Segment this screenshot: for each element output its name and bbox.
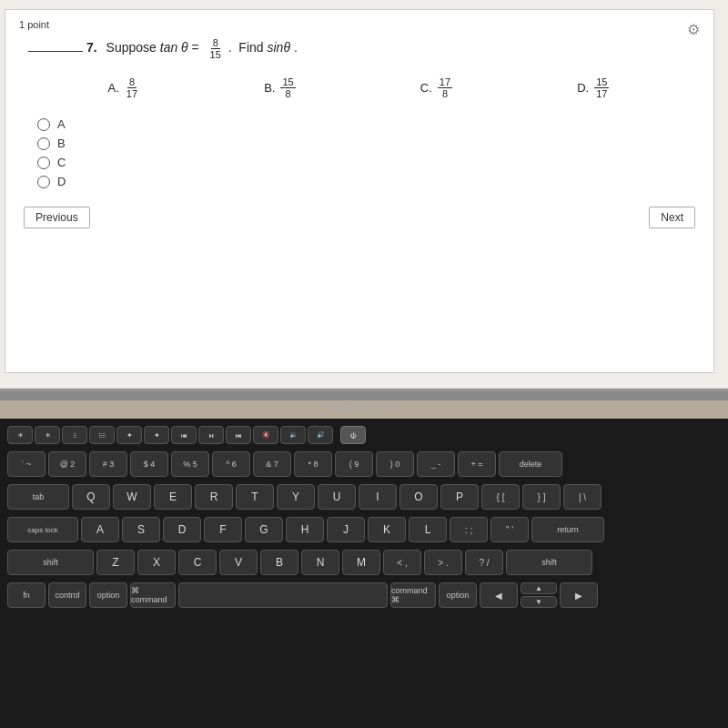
key-s[interactable]: S <box>122 517 160 542</box>
key-p[interactable]: P <box>440 484 479 510</box>
key-q[interactable]: Q <box>72 484 110 510</box>
keyboard-area: ☀ ☀ ⠿ ⠿⠿ ✦ ✦ ⏮ ⏯ ⏭ 🔇 🔉 🔊 ⏻ ` ~ @ 2 # 3 $… <box>0 419 728 728</box>
tan-numerator: 8 <box>211 37 220 49</box>
key-7[interactable]: & 7 <box>253 451 291 477</box>
answer-b-label: B. <box>264 81 275 95</box>
key-d[interactable]: D <box>163 517 201 542</box>
radio-option-c[interactable]: C <box>37 156 700 169</box>
key-h[interactable]: H <box>286 517 324 542</box>
key-tilde[interactable]: ` ~ <box>7 451 46 477</box>
key-shift-right[interactable]: shift <box>506 550 592 575</box>
key-z[interactable]: Z <box>96 550 135 575</box>
key-semicolon[interactable]: : ; <box>450 517 488 542</box>
power-button[interactable]: ⏻ <box>340 426 366 444</box>
answer-d-numerator: 15 <box>594 76 609 88</box>
key-command-right[interactable]: command ⌘ <box>390 582 436 608</box>
quiz-container: ⚙ 1 point 7. Suppose tan θ = 8 15 . Find… <box>5 9 714 373</box>
key-return[interactable]: return <box>531 517 604 542</box>
radio-label-d: D <box>57 175 66 188</box>
key-o[interactable]: O <box>399 484 438 510</box>
key-shift-left[interactable]: shift <box>7 550 94 575</box>
key-5[interactable]: % 5 <box>171 451 209 477</box>
answer-c-label: C. <box>420 81 432 95</box>
zxcv-row: shift Z X C V B N M < , > . ? / shift <box>0 545 728 578</box>
radio-option-b[interactable]: B <box>37 136 700 150</box>
key-comma[interactable]: < , <box>383 550 421 575</box>
key-brightness-up[interactable]: ☀ <box>35 426 60 444</box>
key-arrow-right[interactable]: ▶ <box>560 582 598 608</box>
key-t[interactable]: T <box>236 484 274 510</box>
key-quote[interactable]: " ' <box>490 517 529 542</box>
key-bracket-open[interactable]: { [ <box>481 484 520 510</box>
key-0[interactable]: ) 0 <box>376 451 414 477</box>
key-9[interactable]: ( 9 <box>335 451 373 477</box>
key-command-left[interactable]: ⌘ command <box>130 582 176 608</box>
key-bracket-close[interactable]: } ] <box>522 484 561 510</box>
key-a[interactable]: A <box>81 517 119 542</box>
nav-buttons: Previous Next <box>19 207 700 228</box>
radio-option-d[interactable]: D <box>37 175 700 188</box>
key-k[interactable]: K <box>368 517 406 542</box>
key-tab[interactable]: tab <box>7 484 69 510</box>
key-3[interactable]: # 3 <box>89 451 127 477</box>
key-b[interactable]: B <box>260 550 298 575</box>
radio-circle-c <box>37 157 50 169</box>
radio-circle-a <box>37 118 50 131</box>
key-brightness-down[interactable]: ☀ <box>7 426 33 444</box>
key-control[interactable]: control <box>48 582 86 608</box>
radio-option-a[interactable]: A <box>37 117 700 131</box>
key-2[interactable]: @ 2 <box>48 451 86 477</box>
key-caps[interactable]: caps lock <box>7 517 78 542</box>
key-g[interactable]: G <box>245 517 283 542</box>
key-8[interactable]: * 8 <box>294 451 332 477</box>
key-n[interactable]: N <box>301 550 339 575</box>
key-space[interactable] <box>178 582 388 608</box>
key-f[interactable]: F <box>204 517 242 542</box>
key-launchpad[interactable]: ⠿⠿ <box>89 426 115 444</box>
key-minus[interactable]: _ - <box>417 451 455 477</box>
key-i[interactable]: I <box>359 484 397 510</box>
key-rewind[interactable]: ⏮ <box>171 426 197 444</box>
key-mute[interactable]: 🔇 <box>253 426 278 444</box>
key-volume-up[interactable]: 🔊 <box>308 426 333 444</box>
key-6[interactable]: ^ 6 <box>212 451 250 477</box>
key-fn[interactable]: fn <box>7 582 46 608</box>
answer-c: C. 17 8 <box>420 76 454 99</box>
gear-icon[interactable]: ⚙ <box>687 21 700 38</box>
key-keyboard-brightness-down[interactable]: ✦ <box>116 426 142 444</box>
question-row: 7. Suppose tan θ = 8 15 . Find sinθ . <box>19 37 700 60</box>
answer-a-denominator: 17 <box>125 88 139 99</box>
key-keyboard-brightness-up[interactable]: ✦ <box>144 426 169 444</box>
key-w[interactable]: W <box>113 484 151 510</box>
key-r[interactable]: R <box>195 484 233 510</box>
key-arrow-up[interactable]: ▲ <box>521 582 557 594</box>
key-e[interactable]: E <box>154 484 192 510</box>
radio-label-c: C <box>57 156 66 169</box>
tan-fraction: 8 15 <box>208 37 223 60</box>
key-fast-forward[interactable]: ⏭ <box>226 426 251 444</box>
key-y[interactable]: Y <box>277 484 315 510</box>
key-mission-control[interactable]: ⠿ <box>62 426 87 444</box>
key-option-right[interactable]: option <box>439 582 477 608</box>
key-volume-down[interactable]: 🔉 <box>280 426 306 444</box>
key-v[interactable]: V <box>219 550 258 575</box>
key-slash[interactable]: ? / <box>465 550 503 575</box>
key-arrow-left[interactable]: ◀ <box>480 582 518 608</box>
key-u[interactable]: U <box>318 484 356 510</box>
key-delete[interactable]: delete <box>499 451 562 477</box>
key-backslash[interactable]: | \ <box>563 484 602 510</box>
key-j[interactable]: J <box>327 517 365 542</box>
next-button[interactable]: Next <box>649 207 695 228</box>
key-c[interactable]: C <box>178 550 217 575</box>
key-l[interactable]: L <box>409 517 447 542</box>
key-play-pause[interactable]: ⏯ <box>198 426 224 444</box>
key-period[interactable]: > . <box>424 550 462 575</box>
key-equals[interactable]: + = <box>458 451 496 477</box>
key-x[interactable]: X <box>137 550 176 575</box>
key-m[interactable]: M <box>342 550 380 575</box>
radio-label-a: A <box>57 117 66 131</box>
previous-button[interactable]: Previous <box>24 207 90 228</box>
key-arrow-down[interactable]: ▼ <box>521 596 557 608</box>
key-4[interactable]: $ 4 <box>130 451 168 477</box>
key-option-left[interactable]: option <box>89 582 127 608</box>
